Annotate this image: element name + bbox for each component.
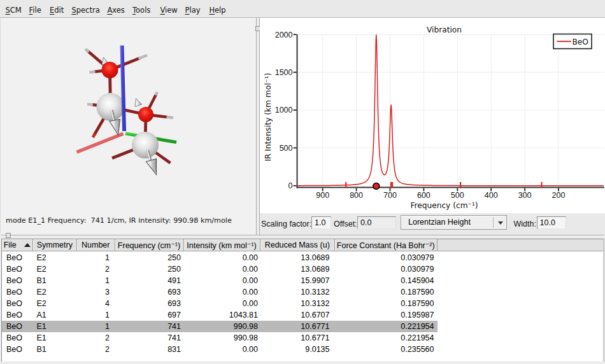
cell-symmetry: E2 — [33, 265, 78, 274]
cell-number: 4 — [77, 299, 115, 308]
cell-intensity: 0.00 — [184, 276, 260, 285]
cell-frequency: 250 — [115, 253, 184, 262]
table-row-8[interactable]: BeOE12741990.9810.67710.221954 — [2, 332, 438, 344]
horizontal-splitter-handle[interactable] — [6, 233, 11, 238]
cell-symmetry: E2 — [33, 253, 78, 262]
cell-file: BeO — [2, 253, 33, 262]
column-header-force[interactable]: Force Constant (Ha Bohr⁻²) — [335, 239, 438, 251]
svg-text:500: 500 — [451, 191, 464, 200]
width-label: Width: — [514, 218, 536, 230]
svg-text:1000: 1000 — [275, 106, 293, 115]
combobox-dropdown-icon[interactable] — [498, 221, 503, 225]
spectrum-controls: Scaling factor: Offset: Lorentzian Heigh… — [260, 213, 605, 235]
cell-force: 0.187590 — [335, 288, 438, 297]
cell-frequency: 693 — [115, 288, 184, 297]
menu-spectra[interactable]: Spectra — [71, 0, 99, 17]
table-row-7-selected[interactable]: BeOE11741990.9810.67710.221954 — [2, 321, 438, 332]
cell-reduced: 10.3132 — [260, 288, 336, 297]
cell-intensity: 0.00 — [184, 265, 260, 274]
cell-number: 2 — [77, 345, 115, 354]
atom-O-2 — [138, 107, 153, 122]
cell-symmetry: B1 — [33, 345, 78, 354]
cell-number: 1 — [77, 276, 115, 285]
width-input[interactable] — [537, 216, 566, 229]
svg-text:400: 400 — [485, 191, 498, 200]
menu-scm[interactable]: SCM — [5, 0, 21, 17]
table-row-3[interactable]: BeOB114910.0015.99070.145904 — [2, 275, 438, 286]
table-row-1[interactable]: BeOE212500.0013.06890.030979 — [2, 252, 438, 263]
atom-Be-1 — [97, 93, 125, 121]
column-header-reduced[interactable]: Reduced Mass (u) — [260, 239, 336, 251]
cell-symmetry: E2 — [33, 288, 78, 297]
scaling-factor-label: Scaling factor: — [261, 218, 311, 230]
cell-intensity: 990.98 — [184, 322, 260, 331]
molecule-panel[interactable]: mode E1_1 Frequency: 741 1/cm, IR intens… — [0, 18, 256, 235]
cell-intensity: 0.00 — [184, 288, 260, 297]
bottom-strip — [0, 361, 605, 364]
column-header-number[interactable]: Number — [77, 239, 115, 251]
cell-reduced: 10.6771 — [260, 333, 336, 342]
molecule-3d-view[interactable] — [1, 18, 257, 235]
cell-file: BeO — [2, 311, 33, 319]
table-row-6[interactable]: BeOA116971043.8110.67070.195987 — [2, 309, 438, 321]
svg-text:IR Intensity (km mol⁻¹): IR Intensity (km mol⁻¹) — [264, 73, 273, 161]
cell-force: 0.030979 — [335, 253, 438, 262]
svg-text:700: 700 — [383, 191, 397, 200]
cell-number: 3 — [77, 288, 115, 297]
svg-text:500: 500 — [280, 144, 293, 153]
z-axis-blue — [122, 46, 125, 132]
cell-force: 0.235560 — [335, 345, 438, 354]
mode-status-text: mode E1_1 Frequency: 741 1/cm, IR intens… — [6, 216, 232, 225]
cell-file: BeO — [2, 276, 33, 285]
column-header-symmetry[interactable]: Symmetry — [33, 239, 78, 251]
menu-help[interactable]: Help — [209, 0, 225, 17]
cell-intensity: 1043.81 — [184, 311, 260, 319]
cell-symmetry: E1 — [33, 322, 78, 331]
cell-file: BeO — [2, 299, 33, 308]
svg-text:1500: 1500 — [275, 68, 293, 77]
table-row-2[interactable]: BeOE222500.0013.06890.030979 — [2, 263, 438, 275]
cell-force: 0.187590 — [335, 299, 438, 308]
cell-force: 0.195987 — [335, 311, 438, 319]
vibration-chart[interactable]: 9008007006005004003002000500100015002000… — [260, 18, 605, 213]
cell-reduced: 10.6771 — [260, 322, 336, 331]
offset-input[interactable] — [357, 216, 396, 229]
menu-play[interactable]: Play — [185, 0, 201, 17]
table-row-4[interactable]: BeOE236930.0010.31320.187590 — [2, 286, 438, 298]
table-row-5[interactable]: BeOE246930.0010.31320.187590 — [2, 298, 438, 309]
svg-text:600: 600 — [417, 191, 431, 200]
cell-number: 2 — [77, 333, 115, 342]
svg-text:800: 800 — [350, 191, 363, 200]
cell-file: BeO — [2, 288, 33, 297]
spectrum-panel: 9008007006005004003002000500100015002000… — [260, 18, 605, 235]
atom-Be-2 — [132, 132, 159, 158]
selected-mode-marker[interactable] — [373, 183, 380, 190]
menu-axes[interactable]: Axes — [107, 0, 124, 17]
cell-force: 0.145904 — [335, 276, 438, 285]
cell-reduced: 10.6707 — [260, 311, 336, 319]
cell-frequency: 741 — [115, 322, 184, 331]
scaling-factor-input[interactable] — [311, 216, 331, 229]
table-row-9[interactable]: BeOB128310.009.01350.235560 — [2, 344, 438, 355]
cell-number: 1 — [77, 322, 115, 331]
column-header-frequency[interactable]: Frequency (cm⁻¹) — [115, 239, 184, 251]
cell-file: BeO — [2, 322, 33, 331]
cell-file: BeO — [2, 345, 33, 354]
menu-tools[interactable]: Tools — [132, 0, 150, 17]
cell-file: BeO — [2, 333, 33, 342]
cell-frequency: 693 — [115, 299, 184, 308]
lineshape-combobox[interactable]: Lorentzian Height — [401, 215, 507, 230]
column-header-file[interactable]: File — [2, 239, 33, 251]
sort-ascending-icon — [24, 243, 31, 247]
cell-file: BeO — [2, 265, 33, 274]
molecule-background — [1, 18, 257, 235]
cell-frequency: 491 — [115, 276, 184, 285]
menu-edit[interactable]: Edit — [50, 0, 64, 17]
cell-intensity: 0.00 — [184, 299, 260, 308]
menu-file[interactable]: File — [29, 0, 41, 17]
cell-force: 0.221954 — [335, 322, 438, 331]
menu-view[interactable]: View — [160, 0, 177, 17]
svg-text:Frequency (cm⁻¹): Frequency (cm⁻¹) — [410, 201, 478, 210]
cell-frequency: 831 — [115, 345, 184, 354]
column-header-intensity[interactable]: Intensity (km mol⁻¹) — [184, 239, 260, 251]
